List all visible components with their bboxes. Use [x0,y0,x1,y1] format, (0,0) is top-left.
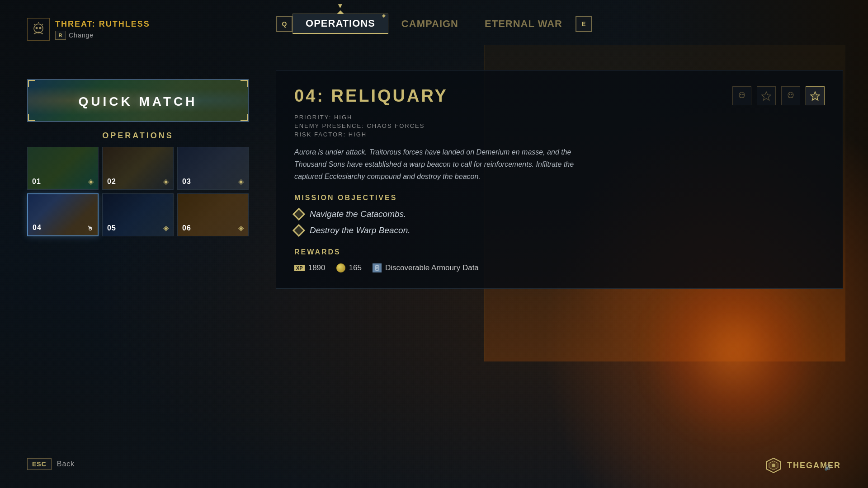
thegamer-logo [764,456,783,474]
op-icon-01: ◈ [88,177,94,186]
op-card-02[interactable]: 02 ◈ [102,147,174,190]
reward-coin: 165 [336,263,362,272]
tab-operations[interactable]: ▾ Operations ◈ [292,14,388,34]
objectives-header: MISSION OBJECTIVES [294,194,825,202]
diamond-nav-icon: ◈ [382,13,386,18]
op-card-05[interactable]: 05 ◈ [102,193,174,236]
xp-value: 1890 [308,263,326,272]
op-num-04: 04 [33,224,42,232]
svg-point-2 [39,27,42,29]
objectives-list: Navigate the Catacombs. Destroy the Warp… [294,209,825,235]
tab-eternal-war-label: Eternal War [485,18,562,29]
nav-right-key[interactable]: E [576,16,592,32]
esc-key-badge: ESC [27,458,52,470]
objective-text-2: Destroy the Warp Beacon. [310,225,410,235]
op-icon-02: ◈ [163,177,169,186]
svg-line-7 [42,24,43,25]
nav-dropdown-arrow: ▾ [338,1,342,10]
meta-enemy: ENEMY PRESENCE: CHAOS FORCES [294,122,825,129]
op-icon-06: ◈ [238,224,244,232]
meta-priority: PRIORITY: HIGH [294,114,825,121]
bottom-bar: ESC Back [27,458,75,470]
diff-icon-2[interactable] [757,86,776,105]
reward-item: Discoverable Armoury Data [373,263,479,272]
objective-diamond-icon-1 [292,207,305,220]
top-navigation: Q ▾ Operations ◈ Campaign Eternal War E [276,14,592,34]
op-card-04[interactable]: 04 🖱 [27,193,99,236]
mission-description: Aurora is under attack. Traitorous force… [294,146,588,183]
svg-point-10 [742,94,744,95]
svg-point-14 [791,94,793,95]
coin-icon [336,263,345,272]
op-num-01: 01 [32,178,41,186]
threat-text: THREAT: RUTHLESS R Change [55,19,150,40]
objective-text-1: Navigate the Catacombs. [310,209,406,219]
op-card-03[interactable]: 03 ◈ [177,147,249,190]
reward-xp: XP 1890 [294,263,326,272]
meta-risk: RISK FACTOR: HIGH [294,131,825,138]
mission-details-panel: 04: RELIQUARY PRIORITY: HIGH ENEMY PRESE… [276,70,843,289]
back-label[interactable]: Back [57,460,75,468]
r-key-badge: R [55,31,66,40]
threat-change-row[interactable]: R Change [55,31,150,40]
threat-level-label: THREAT: RUTHLESS [55,19,150,29]
op-icon-05: ◈ [163,224,169,232]
op-card-06[interactable]: 06 ◈ [177,193,249,236]
rewards-header: REWARDS [294,248,825,256]
op-num-06: 06 [182,224,191,232]
audio-icon: 🔊 [824,464,832,471]
operations-grid: 01 ◈ 02 ◈ 03 ◈ 04 🖱 05 ◈ [27,147,249,236]
svg-point-9 [740,94,741,95]
tab-eternal-war[interactable]: Eternal War [472,14,576,34]
objective-2: Destroy the Warp Beacon. [294,225,825,235]
op-icon-04: 🖱 [87,225,93,232]
operations-header: OPERATIONS [27,131,249,141]
rewards-section: REWARDS XP 1890 165 [294,248,825,272]
op-num-02: 02 [107,178,116,186]
rewards-list: XP 1890 165 Dis [294,263,825,272]
difficulty-icons [732,86,825,105]
objective-diamond-icon-2 [292,224,305,236]
threat-panel: THREAT: RUTHLESS R Change [27,18,150,41]
svg-point-23 [772,464,775,467]
nav-left-key[interactable]: Q [276,16,292,32]
diff-icon-4[interactable] [806,86,825,105]
threat-skull-icon [27,18,50,41]
quick-match-button[interactable]: QUICK MATCH [27,79,249,122]
svg-marker-11 [762,92,771,100]
xp-icon: XP [294,265,305,271]
left-panel: QUICK MATCH OPERATIONS 01 ◈ 02 ◈ 03 [27,79,249,236]
quick-match-label: QUICK MATCH [28,80,248,122]
book-icon [373,263,382,272]
svg-line-6 [34,24,35,25]
svg-point-13 [789,94,790,95]
diff-icon-3[interactable] [781,86,800,105]
diff-icon-1[interactable] [732,86,751,105]
watermark-brand: THEGAMER [787,461,841,470]
item-value: Discoverable Armoury Data [385,263,479,272]
objective-1: Navigate the Catacombs. [294,209,825,219]
change-label: Change [69,32,94,39]
coin-value: 165 [349,263,362,272]
op-icon-03: ◈ [238,177,244,186]
op-num-03: 03 [182,178,191,186]
op-card-01[interactable]: 01 ◈ [27,147,99,190]
tab-campaign[interactable]: Campaign [388,14,472,34]
mission-meta: PRIORITY: HIGH ENEMY PRESENCE: CHAOS FOR… [294,114,825,138]
tab-operations-label: Operations [306,18,375,29]
op-num-05: 05 [107,224,116,232]
tab-campaign-label: Campaign [401,18,458,29]
svg-point-1 [36,27,38,29]
